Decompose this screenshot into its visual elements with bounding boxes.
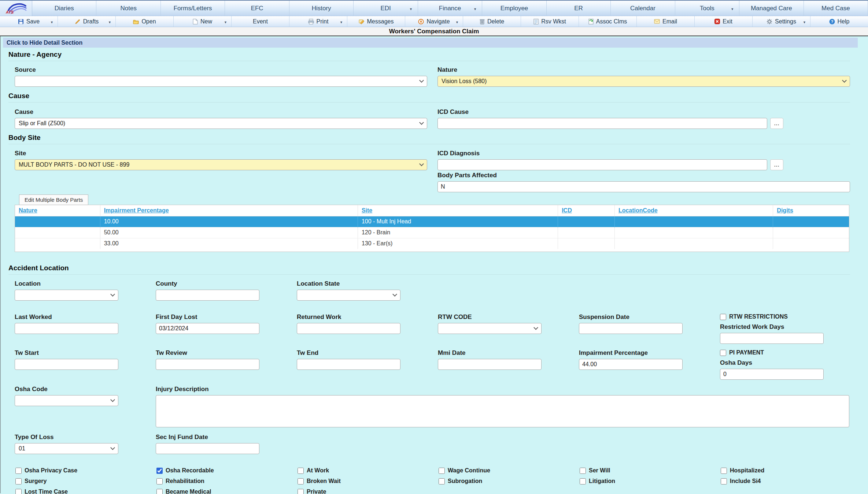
- tw-start-input[interactable]: [15, 359, 118, 370]
- include-si4-checkbox[interactable]: [721, 478, 727, 484]
- tw-end-input[interactable]: [297, 359, 400, 370]
- surgery-checkbox[interactable]: [15, 478, 22, 484]
- tw-review-input[interactable]: [156, 359, 259, 370]
- wage-continue-checkbox-row[interactable]: Wage Continue: [439, 467, 580, 474]
- edit-multiple-body-parts-button[interactable]: Edit Multiple Body Parts: [19, 194, 88, 205]
- litigation-checkbox-row[interactable]: Litigation: [580, 478, 721, 484]
- county-input[interactable]: [156, 290, 259, 301]
- sec-inj-fund-date-input[interactable]: [156, 443, 259, 454]
- lost-time-case-checkbox-row[interactable]: Lost Time Case: [15, 489, 156, 494]
- body-part-row[interactable]: 10.00 100 - Mult Inj Head: [15, 216, 849, 227]
- source-select[interactable]: [15, 76, 427, 87]
- col-header-digits[interactable]: Digits: [773, 205, 849, 216]
- private-checkbox-row[interactable]: Private: [298, 489, 439, 494]
- pi-payment-checkbox-row[interactable]: PI PAYMENT: [720, 349, 824, 356]
- new-button[interactable]: New: [174, 16, 232, 27]
- tab-efc[interactable]: EFC: [225, 1, 289, 16]
- body-parts-affected-input[interactable]: [437, 181, 850, 192]
- tab-calendar[interactable]: Calendar: [611, 1, 675, 16]
- col-header-impairment-percentage[interactable]: Impairment Percentage: [100, 205, 358, 216]
- hospitalized-checkbox[interactable]: [721, 468, 727, 474]
- last-worked-input[interactable]: [15, 323, 118, 334]
- body-part-row[interactable]: 50.00 120 - Brain: [15, 227, 849, 238]
- email-button[interactable]: Email: [637, 16, 695, 27]
- impairment-percentage-input[interactable]: [579, 359, 683, 370]
- osha-recordable-checkbox-row[interactable]: Osha Recordable: [156, 467, 298, 474]
- tab-history[interactable]: History: [289, 1, 354, 16]
- at-work-checkbox-row[interactable]: At Work: [298, 467, 439, 474]
- lost-time-case-checkbox[interactable]: [15, 489, 22, 494]
- osha-recordable-checkbox[interactable]: [156, 468, 163, 474]
- site-select[interactable]: MULT BODY PARTS - DO NOT USE - 899: [15, 159, 427, 170]
- location-state-select[interactable]: [297, 290, 400, 301]
- ser-will-checkbox-row[interactable]: Ser Will: [580, 467, 721, 474]
- assoc-clms-button[interactable]: Assoc Clms: [579, 16, 637, 27]
- tab-employee[interactable]: Employee: [482, 1, 546, 16]
- returned-work-input[interactable]: [297, 323, 400, 334]
- surgery-checkbox-row[interactable]: Surgery: [15, 478, 156, 484]
- save-button[interactable]: Save: [0, 16, 58, 27]
- icd-cause-lookup-button[interactable]: ...: [770, 118, 783, 129]
- restricted-work-days-input[interactable]: [720, 333, 824, 344]
- rehabilitation-checkbox[interactable]: [156, 478, 163, 484]
- first-day-lost-input[interactable]: [156, 323, 259, 334]
- col-header-site[interactable]: Site: [358, 205, 558, 216]
- pi-payment-checkbox[interactable]: [720, 350, 726, 356]
- tab-diaries[interactable]: Diaries: [32, 1, 96, 16]
- messages-button[interactable]: Messages: [347, 16, 405, 27]
- icd-diagnosis-lookup-button[interactable]: ...: [770, 159, 783, 170]
- body-part-row[interactable]: 33.00 130 - Ear(s): [15, 238, 849, 249]
- osha-code-select[interactable]: [15, 395, 118, 406]
- include-si4-checkbox-row[interactable]: Include Si4: [721, 478, 862, 484]
- print-button[interactable]: Print: [289, 16, 347, 27]
- subrogation-checkbox-row[interactable]: Subrogation: [439, 478, 580, 484]
- icd-cause-input[interactable]: [437, 118, 767, 129]
- tab-med-case[interactable]: Med Case: [804, 1, 868, 16]
- tab-er[interactable]: ER: [547, 1, 611, 16]
- became-medical-checkbox-row[interactable]: Became Medical: [156, 489, 298, 494]
- tab-edi[interactable]: EDI: [354, 1, 418, 16]
- help-button[interactable]: ? Help: [810, 16, 868, 27]
- ser-will-checkbox[interactable]: [580, 468, 586, 474]
- osha-privacy-case-checkbox[interactable]: [15, 468, 22, 474]
- event-button[interactable]: Event: [232, 16, 289, 27]
- rsv-wkst-button[interactable]: Rsv Wkst: [521, 16, 579, 27]
- osha-privacy-case-checkbox-row[interactable]: Osha Privacy Case: [15, 467, 156, 474]
- navigate-button[interactable]: Navigate: [405, 16, 463, 27]
- subrogation-checkbox[interactable]: [439, 478, 445, 484]
- broken-wait-checkbox[interactable]: [298, 478, 304, 484]
- type-of-loss-select[interactable]: 01: [15, 443, 118, 454]
- detail-section-toggle[interactable]: Click to Hide Detail Section: [3, 38, 858, 48]
- tab-tools[interactable]: Tools: [675, 1, 739, 16]
- icd-diagnosis-input[interactable]: [437, 159, 767, 170]
- col-header-locationcode[interactable]: LocationCode: [614, 205, 773, 216]
- at-work-checkbox[interactable]: [298, 468, 304, 474]
- delete-button[interactable]: Delete: [463, 16, 521, 27]
- tab-finance[interactable]: Finance: [418, 1, 482, 16]
- wage-continue-checkbox[interactable]: [439, 468, 445, 474]
- rtw-restrictions-checkbox[interactable]: [720, 314, 726, 320]
- tab-notes[interactable]: Notes: [96, 1, 160, 16]
- became-medical-checkbox[interactable]: [156, 489, 163, 494]
- osha-days-input[interactable]: [720, 369, 824, 380]
- col-header-nature[interactable]: Nature: [15, 205, 100, 216]
- tab-forms-letters[interactable]: Forms/Letters: [161, 1, 225, 16]
- cause-select[interactable]: Slip or Fall (Z500): [15, 118, 427, 129]
- nature-select[interactable]: Vision Loss (580): [437, 76, 850, 87]
- open-button[interactable]: Open: [116, 16, 174, 27]
- settings-button[interactable]: Settings: [753, 16, 810, 27]
- tab-managed-care[interactable]: Managed Care: [739, 1, 804, 16]
- location-select[interactable]: [15, 290, 118, 301]
- mmi-date-input[interactable]: [438, 359, 542, 370]
- col-header-icd[interactable]: ICD: [558, 205, 615, 216]
- broken-wait-checkbox-row[interactable]: Broken Wait: [298, 478, 439, 484]
- rtw-code-select[interactable]: [438, 323, 542, 334]
- exit-button[interactable]: Exit: [695, 16, 753, 27]
- rtw-restrictions-checkbox-row[interactable]: RTW RESTRICTIONS: [720, 313, 824, 320]
- rehabilitation-checkbox-row[interactable]: Rehabilitation: [156, 478, 298, 484]
- hospitalized-checkbox-row[interactable]: Hospitalized: [721, 467, 862, 474]
- injury-description-textarea[interactable]: [156, 395, 849, 427]
- litigation-checkbox[interactable]: [580, 478, 586, 484]
- drafts-button[interactable]: Drafts: [58, 16, 116, 27]
- private-checkbox[interactable]: [298, 489, 304, 494]
